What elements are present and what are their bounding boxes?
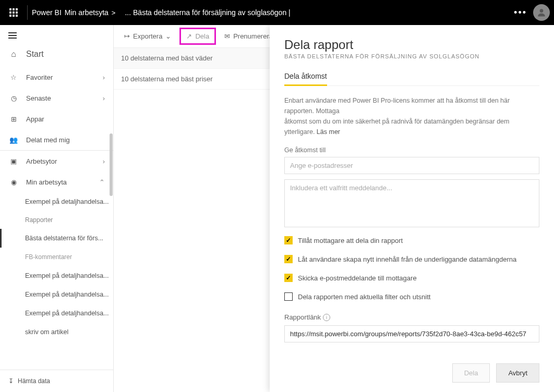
app-header: Power BI Min arbetsyta > ... Bästa delst… [0,0,554,25]
nav-shared[interactable]: 👥 Delat med mig [0,129,113,150]
sidebar-item[interactable]: Exempel på detaljhandelsa... [0,285,113,304]
export-icon: ↦ [124,32,130,40]
sidebar-item[interactable]: skriv om artikel [0,323,113,341]
divider [27,5,28,20]
checkbox-send-email[interactable] [284,274,293,282]
breadcrumb-separator: > [112,9,116,17]
workspace-icon: ▣ [8,157,19,165]
info-icon[interactable]: i [323,314,330,321]
nav-workspaces[interactable]: ▣ Arbetsytor › [0,151,113,172]
sidebar-item[interactable]: FB-kommentarer [0,248,113,266]
chevron-down-icon: ⌄ [165,32,171,40]
chevron-right-icon: › [103,94,105,102]
checkbox-current-filters[interactable] [284,292,293,301]
report-link-label: Rapportlänk i [284,313,539,321]
nav-favorites[interactable]: ☆ Favoriter › [0,67,113,88]
mail-icon: ✉ [224,32,230,40]
sidebar-item[interactable]: Exempel på detaljhandelsa... [0,266,113,285]
people-icon: 👥 [8,136,19,144]
user-avatar[interactable] [533,4,550,21]
sidebar-item-active[interactable]: Bästa delstaterna för förs... [0,229,113,248]
svg-point-0 [540,9,544,13]
person-icon: ◉ [8,178,19,186]
breadcrumb-app[interactable]: Power BI [32,8,62,17]
checkbox-allow-reshare[interactable] [284,236,293,244]
share-button[interactable]: ↗ Dela [179,28,216,45]
export-button[interactable]: ↦ Exportera ⌄ [118,28,177,44]
share-submit-button[interactable]: Dela [452,363,490,383]
share-icon: ↗ [186,32,192,40]
tab-share-access[interactable]: Dela åtkomst [284,69,327,85]
learn-more-link[interactable]: Läs mer [317,128,340,136]
report-link-input[interactable] [284,325,539,342]
sidebar-item[interactable]: Exempel på detaljhandelsa... [0,192,113,211]
nav-recent[interactable]: ◷ Senaste › [0,88,113,108]
sidebar-item[interactable]: Exempel på detaljhandelsa... [0,304,113,323]
cancel-button[interactable]: Avbryt [496,363,539,383]
navigation-sidebar: ⌂ Start ☆ Favoriter › ◷ Senaste › ⊞ Appa… [0,25,114,392]
sidebar-section-header: Rapporter [0,211,113,229]
breadcrumb-workspace[interactable]: Min arbetsyta [65,8,109,17]
home-icon: ⌂ [8,50,19,59]
breadcrumb-report[interactable]: ... Bästa delstaterna för försäljning av… [125,8,290,17]
panel-description: Enbart användare med Power BI Pro-licens… [284,95,539,137]
access-label: Ge åtkomst till [284,146,539,154]
get-data-button[interactable]: ↧ Hämta data [0,370,113,392]
app-launcher-icon[interactable] [4,3,23,22]
nav-my-workspace[interactable]: ◉ Min arbetsyta ⌃ [0,172,113,192]
message-textarea[interactable] [284,179,539,227]
more-icon[interactable]: ••• [514,7,527,18]
clock-icon: ◷ [8,94,19,102]
panel-subtitle: BÄSTA DELSTATERNA FÖR FÖRSÄLJNING AV SOL… [284,53,539,59]
nav-start[interactable]: ⌂ Start [0,46,113,67]
panel-title: Dela rapport [284,38,539,52]
star-icon: ☆ [8,74,19,81]
hamburger-icon[interactable] [0,25,113,46]
chevron-right-icon: › [103,157,105,165]
email-input[interactable] [284,157,539,174]
chevron-up-icon: ⌃ [99,178,105,186]
apps-icon: ⊞ [8,115,19,123]
checkbox-allow-build[interactable] [284,255,293,263]
share-report-panel: Dela rapport BÄSTA DELSTATERNA FÖR FÖRSÄ… [270,25,554,392]
scrollbar[interactable] [110,133,113,196]
chevron-right-icon: › [103,74,105,81]
nav-apps[interactable]: ⊞ Appar [0,108,113,129]
download-icon: ↧ [8,377,14,385]
